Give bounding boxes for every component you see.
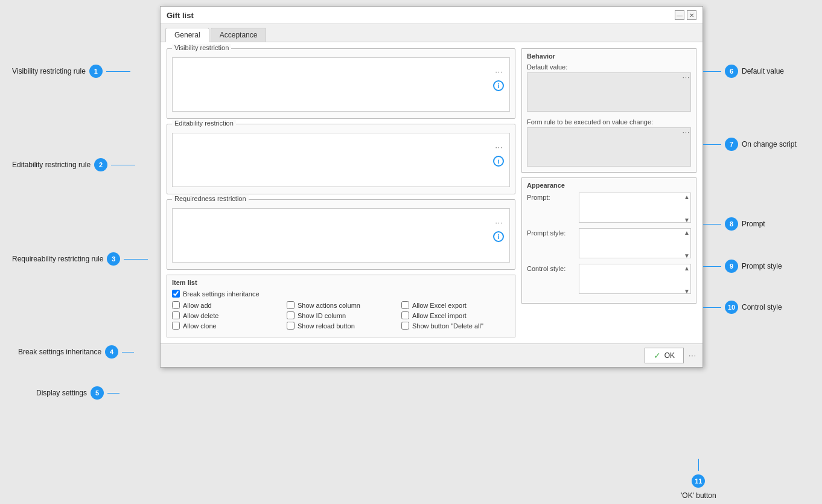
editability-dots-button[interactable]: ··· (493, 141, 505, 153)
prompt-down-arrow[interactable]: ▼ (684, 217, 690, 223)
visibility-restriction-textarea[interactable] (172, 57, 510, 112)
item-list-section: Item list Break settings inheritance All… (167, 275, 515, 337)
footer-area: ✓ OK ··· (645, 348, 696, 363)
show-actions-checkbox[interactable] (287, 301, 295, 309)
show-id-row: Show ID column (287, 311, 395, 319)
annotation-7: 7 On change script (703, 138, 797, 151)
annotation-11-text: 'OK' button (681, 491, 716, 500)
default-value-dots[interactable]: ··· (683, 74, 690, 81)
annotation-1-line (106, 71, 130, 72)
visibility-dots-button[interactable]: ··· (493, 66, 505, 78)
prompt-style-down-arrow[interactable]: ▼ (684, 252, 690, 259)
break-settings-row: Break settings inheritance (172, 290, 510, 298)
show-id-checkbox[interactable] (287, 311, 295, 319)
visibility-info-icon[interactable]: i (493, 80, 504, 91)
show-delete-all-checkbox[interactable] (401, 322, 409, 330)
allow-excel-export-row: Allow Excel export (401, 301, 510, 309)
control-style-label: Control style: (527, 264, 575, 272)
show-reload-checkbox[interactable] (287, 322, 295, 330)
annotation-6-bubble: 6 (725, 65, 738, 78)
footer-dots-button[interactable]: ··· (689, 351, 696, 360)
ok-button[interactable]: ✓ OK (645, 348, 684, 363)
annotation-7-text: On change script (742, 140, 797, 148)
show-id-label: Show ID column (298, 312, 346, 319)
annotation-5-bubble: 5 (91, 386, 104, 400)
prompt-style-label: Prompt style: (527, 228, 575, 237)
annotation-7-bubble: 7 (725, 138, 738, 151)
allow-delete-label: Allow delete (183, 312, 218, 319)
requiredness-dots-button[interactable]: ··· (493, 217, 505, 229)
prompt-style-up-arrow[interactable]: ▲ (684, 229, 690, 236)
allow-excel-export-checkbox[interactable] (401, 301, 409, 309)
right-panel: Behavior Default value: ··· Form rule to… (521, 48, 696, 337)
annotation-4-line (122, 352, 134, 352)
annotation-5-text: Display settings (36, 389, 87, 397)
annotation-9-line (703, 266, 721, 267)
behavior-title: Behavior (527, 53, 691, 60)
item-list-col3: Allow Excel export Allow Excel import Sh… (401, 301, 510, 332)
dialog-title: Gift list (167, 11, 194, 20)
annotation-5-line (107, 393, 119, 394)
visibility-restriction-legend: Visibility restriction (172, 44, 231, 51)
appearance-section: Appearance Prompt: ▲ ▼ Prompt style: (521, 177, 696, 304)
close-button[interactable]: ✕ (687, 10, 696, 20)
minimize-button[interactable]: — (675, 10, 684, 20)
prompt-input[interactable] (579, 193, 691, 223)
annotation-11-bubble: 11 (692, 474, 705, 488)
requiredness-restriction-textarea[interactable] (172, 208, 510, 263)
prompt-style-input[interactable] (579, 228, 691, 258)
tab-general[interactable]: General (165, 28, 209, 42)
allow-add-label: Allow add (183, 302, 212, 309)
annotation-11: 11 'OK' button (681, 459, 716, 500)
form-rule-dots[interactable]: ··· (683, 129, 690, 136)
allow-delete-checkbox[interactable] (172, 311, 180, 319)
ok-check-icon: ✓ (654, 351, 661, 360)
annotation-9: 9 Prompt style (703, 260, 782, 273)
annotation-1-text: Visibility restricting rule (12, 67, 86, 75)
break-settings-checkbox[interactable] (172, 290, 180, 298)
prompt-up-arrow[interactable]: ▲ (684, 194, 690, 200)
requiredness-info-icon[interactable]: i (493, 231, 504, 242)
allow-excel-import-row: Allow Excel import (401, 311, 510, 319)
prompt-label: Prompt: (527, 193, 575, 201)
show-actions-label: Show actions column (298, 302, 360, 309)
annotation-5: Display settings 5 (36, 386, 119, 400)
default-value-textarea[interactable] (527, 72, 691, 112)
break-settings-label: Break settings inheritance (183, 290, 260, 298)
allow-clone-checkbox[interactable] (172, 322, 180, 330)
show-delete-all-label: Show button "Delete all" (412, 322, 483, 330)
annotation-8-text: Prompt (742, 220, 765, 228)
dialog-content: Visibility restriction ··· i Editability… (161, 42, 703, 343)
annotation-8-line (703, 224, 721, 225)
control-style-down-arrow[interactable]: ▼ (684, 288, 690, 295)
form-rule-textarea[interactable] (527, 127, 691, 167)
dialog: Gift list — ✕ General Acceptance Visibil… (160, 6, 703, 368)
dialog-tabs: General Acceptance (161, 24, 703, 42)
annotation-1: Visibility restricting rule 1 (12, 65, 130, 78)
editability-restriction-legend: Editability restriction (172, 120, 236, 127)
show-delete-all-row: Show button "Delete all" (401, 322, 510, 330)
allow-add-row: Allow add (172, 301, 281, 309)
annotation-4: Break settings inheritance 4 (18, 345, 134, 359)
annotation-2: Editability restricting rule 2 (12, 158, 135, 171)
show-actions-row: Show actions column (287, 301, 395, 309)
show-reload-label: Show reload button (298, 322, 355, 330)
tab-acceptance[interactable]: Acceptance (211, 28, 267, 42)
prompt-row: Prompt: ▲ ▼ (527, 193, 691, 225)
allow-add-checkbox[interactable] (172, 301, 180, 309)
show-reload-row: Show reload button (287, 322, 395, 330)
annotation-2-bubble: 2 (94, 158, 107, 171)
item-list-col2: Show actions column Show ID column Show … (287, 301, 395, 332)
editability-restriction-textarea[interactable] (172, 133, 510, 187)
control-style-input[interactable] (579, 264, 691, 294)
annotation-10-text: Control style (742, 303, 782, 311)
allow-excel-import-checkbox[interactable] (401, 311, 409, 319)
editability-info-icon[interactable]: i (493, 156, 504, 167)
requiredness-restriction-legend: Requiredness restriction (172, 195, 249, 202)
control-style-up-arrow[interactable]: ▲ (684, 265, 690, 272)
requiredness-restriction-box: Requiredness restriction ··· i (167, 199, 515, 270)
annotation-10-line (703, 307, 721, 308)
annotation-2-line (111, 165, 135, 165)
visibility-restriction-controls: ··· i (493, 66, 505, 91)
default-value-area-wrap: ··· (527, 72, 691, 113)
